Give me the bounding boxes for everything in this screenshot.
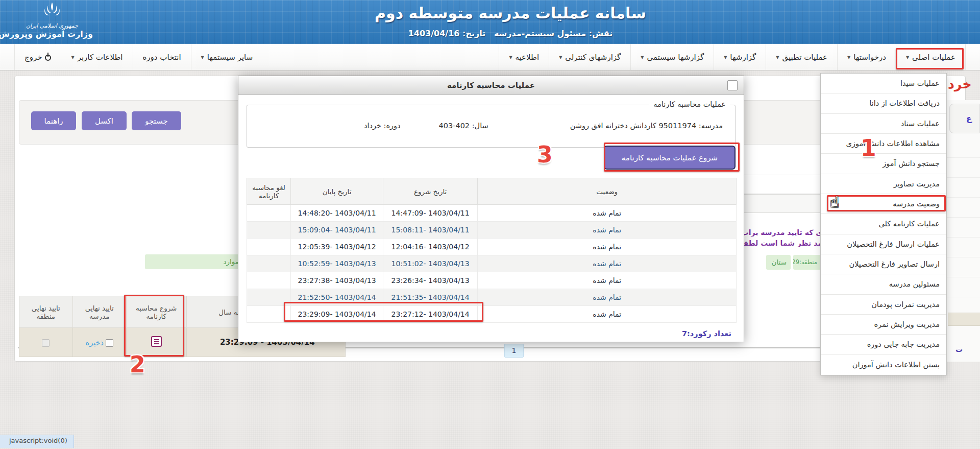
- start-cell: 23:27:12- 1403/04/14: [383, 306, 478, 323]
- col-start-calc: شروع محاسبه کارنامه: [127, 296, 187, 328]
- save-link[interactable]: ذخیره: [86, 339, 104, 347]
- menu-item-sida-operations[interactable]: عملیات سیدا: [821, 74, 946, 93]
- report-calc-modal: عملیات محاسبه کارنامه عملیات محاسبه کارن…: [238, 76, 744, 342]
- school-approval-cell: ذخیره: [72, 328, 126, 357]
- note-fragment-line2: مد نظر شما است لطف: [742, 239, 822, 247]
- nav-item-announcements[interactable]: اطلاعیه: [499, 44, 549, 70]
- menu-item-view-student-info[interactable]: مشاهده اطلاعات دانش آموزی: [821, 134, 946, 154]
- end-cell: 10:52:59- 1403/04/13: [291, 255, 383, 272]
- underlying-right-rows: [947, 138, 980, 312]
- start-cell: 12:04:16- 1403/04/12: [383, 239, 478, 255]
- menu-item-school-status[interactable]: وضعیت مدرسه: [821, 194, 946, 214]
- menu-item-receive-dana-info[interactable]: دریافت اطلاعات از دانا: [821, 93, 946, 113]
- status-cell: تمام شده: [478, 255, 737, 272]
- nav-item-requests[interactable]: درخواستها: [837, 44, 896, 70]
- school-label: مدرسه: 95011974 کاردانش دخترانه افق روشن: [570, 122, 723, 130]
- calc-history-row: تمام شده10:51:02- 1403/04/1310:52:59- 14…: [247, 255, 737, 272]
- menu-item-period-transfer-management[interactable]: مدیریت جابه جایی دوره: [821, 335, 946, 355]
- browser-status-bar: javascript:void(0): [0, 435, 74, 448]
- status-cell: تمام شده: [478, 239, 737, 255]
- district-code-badge-fragment: منطقه:5429 برو: [793, 255, 821, 270]
- cancel-cell: [247, 272, 291, 289]
- end-cell: 23:29:09- 1403/04/14: [291, 306, 383, 323]
- note-fragment-line1: ی که تایید مدرسه براب: [742, 228, 822, 237]
- nav-item-user-info[interactable]: اطلاعات کاربر: [61, 44, 132, 70]
- menu-item-sanad-operations[interactable]: عملیات سناد: [821, 114, 946, 134]
- calc-history-row: تمام شده23:26:34- 1403/04/1323:27:38- 14…: [247, 272, 737, 289]
- nav-item-reports[interactable]: گزارشها: [714, 44, 766, 70]
- start-cell: 23:26:34- 1403/04/13: [383, 272, 478, 289]
- col-district-final-approval: تایید نهایی منطقه: [19, 296, 73, 328]
- start-cell: 14:47:09- 1403/04/11: [383, 205, 478, 222]
- modal-close-button[interactable]: [727, 80, 738, 90]
- status-cell: تمام شده: [478, 272, 737, 289]
- start-calc-cell: [127, 328, 187, 357]
- end-cell: 15:09:04- 1403/04/11: [291, 222, 383, 239]
- start-cell: 21:51:35- 1403/04/14: [383, 289, 478, 306]
- logo-line1: جمهوری اسلامی ایران: [11, 22, 93, 29]
- modal-titlebar[interactable]: عملیات محاسبه کارنامه: [238, 76, 744, 95]
- calc-history-header-row: وضعیت تاریخ شروع تاریخ پایان لغو محاسبه …: [247, 178, 737, 205]
- calc-history-row: تمام شده12:04:16- 1403/04/1212:05:39- 14…: [247, 239, 737, 255]
- nav-item-control-reports[interactable]: گزارشهای کنترلی: [549, 44, 630, 70]
- role-date-subtitle: نقش: مسئول سیستم-مدرسه تاریخ: 1403/04/16: [306, 29, 715, 38]
- record-count: تعداد رکورد:7: [682, 329, 731, 338]
- col-cancel-calc: لغو محاسبه کارنامه: [247, 178, 291, 205]
- logout-label: خروج: [24, 53, 42, 62]
- menu-item-graduates-images-send[interactable]: ارسال تصاویر فارغ التحصیلان: [821, 254, 946, 274]
- pagination-page-1[interactable]: 1: [504, 344, 524, 358]
- calc-history-row: تمام شده23:27:12- 1403/04/1423:29:09- 14…: [247, 306, 737, 323]
- app-header: جمهوری اسلامی ایران وزارت آموزش وپرورش س…: [0, 0, 980, 44]
- menu-item-module-grades-management[interactable]: مدیریت نمرات پودمان: [821, 295, 946, 315]
- status-cell: تمام شده: [478, 222, 737, 239]
- page-title: سامانه عملیات مدرسه متوسطه دوم: [306, 4, 715, 22]
- calc-history-row: تمام شده14:47:09- 1403/04/1114:48:20- 14…: [247, 205, 737, 222]
- menu-item-school-officials[interactable]: مسئولین مدرسه: [821, 274, 946, 294]
- start-cell: 15:08:11- 1403/04/11: [383, 222, 478, 239]
- menu-item-graduates-send-ops[interactable]: عملیات ارسال فارغ التحصیلان: [821, 234, 946, 254]
- start-cell: 10:51:02- 1403/04/13: [383, 255, 478, 272]
- nav-item-matching-operations[interactable]: عملیات تطبیق: [766, 44, 837, 70]
- district-approval-checkbox: [42, 339, 50, 347]
- menu-item-grade-edit-management[interactable]: مدیریت ویرایش نمره: [821, 315, 946, 335]
- nav-item-logout[interactable]: خروج: [14, 44, 61, 70]
- end-cell: 21:52:50- 1403/04/14: [291, 289, 383, 306]
- nav-item-main-operations[interactable]: عملیات اصلی: [896, 44, 966, 70]
- col-end-date: تاریخ پایان: [291, 178, 383, 205]
- main-operations-dropdown: عملیات سیدا دریافت اطلاعات از دانا عملیا…: [820, 73, 947, 375]
- cancel-cell: [247, 306, 291, 323]
- cancel-cell: [247, 205, 291, 222]
- start-calculation-button[interactable]: شروع عملیات محاسبه کارنامه: [604, 146, 736, 170]
- fieldset-legend: عملیات محاسبه کارنامه: [649, 100, 730, 108]
- logo-line2: وزارت آموزش وپرورش: [11, 29, 93, 39]
- text-fragment-te: ت: [955, 345, 963, 353]
- menu-item-overall-reportcard-ops[interactable]: عملیات کارنامه کلی: [821, 214, 946, 234]
- menu-item-close-student-info[interactable]: بستن اطلاعات دانش آموزان: [821, 355, 946, 375]
- school-info-row: مدرسه: 95011974 کاردانش دخترانه افق روشن…: [247, 122, 735, 130]
- excel-button[interactable]: اکسل: [82, 111, 127, 130]
- help-button[interactable]: راهنما: [31, 111, 76, 130]
- modal-fieldset: عملیات محاسبه کارنامه مدرسه: 95011974 کا…: [247, 105, 736, 148]
- status-cell: تمام شده: [478, 306, 737, 323]
- year-label: سال: 402-403: [439, 122, 488, 130]
- search-button[interactable]: جستجو: [132, 111, 181, 130]
- school-approval-checkbox[interactable]: [106, 339, 113, 347]
- underlying-tab-corner: [949, 104, 980, 133]
- col-school-final-approval: تایید نهایی مدرسه: [72, 296, 126, 328]
- status-cell: تمام شده: [478, 289, 737, 306]
- state-badge-fragment: ستان: [766, 255, 791, 270]
- main-navbar: عملیات اصلی درخواستها عملیات تطبیق گزارش…: [0, 44, 980, 70]
- cancel-cell: [247, 222, 291, 239]
- district-approval-cell: [19, 328, 73, 357]
- text-fragment-ain: ع: [966, 113, 972, 123]
- nav-item-other-systems[interactable]: سایر سیستمها: [191, 44, 263, 70]
- nav-item-select-period[interactable]: انتخاب دوره: [133, 44, 191, 70]
- menu-item-image-management[interactable]: مدیریت تصاویر: [821, 174, 946, 194]
- report-details-icon[interactable]: [151, 336, 162, 347]
- menu-item-student-search[interactable]: جستجو دانش آموز: [821, 154, 946, 174]
- term-label: دوره: خرداد: [364, 122, 400, 130]
- iran-emblem-logo: [41, 2, 63, 19]
- cancel-cell: [247, 289, 291, 306]
- nav-item-system-reports[interactable]: گزارشها سیستمی: [630, 44, 714, 70]
- month-fragment: خرد: [948, 77, 971, 91]
